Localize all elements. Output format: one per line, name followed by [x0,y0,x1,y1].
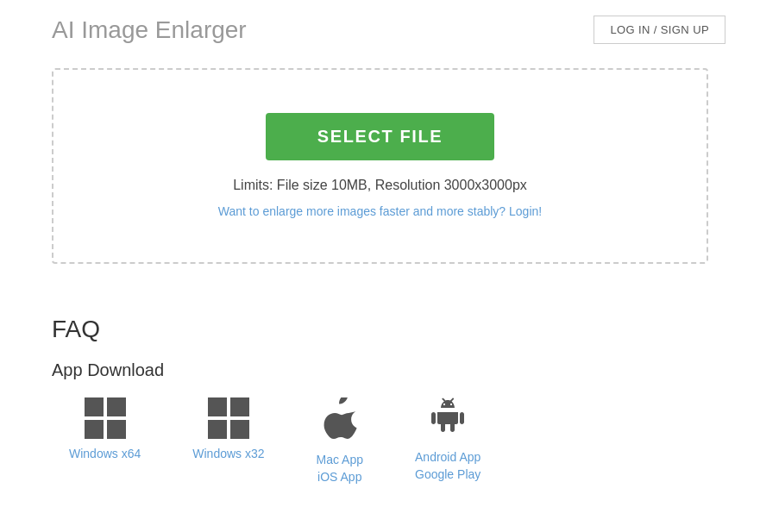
windows-x64-label: Windows x64 [69,446,141,463]
windows-icon [208,397,249,439]
app-item-windows-x32[interactable]: Windows x32 [192,397,264,463]
app-icons-container: Windows x64 Windows x32 Mac AppiOS App [52,397,708,485]
windows-icon [85,397,126,439]
select-file-button[interactable]: SELECT FILE [266,113,494,160]
app-item-android[interactable]: Android AppGoogle Play [415,397,480,483]
android-icon [427,397,468,442]
login-prompt-link[interactable]: Want to enlarge more images faster and m… [218,204,542,218]
app-item-windows-x64[interactable]: Windows x64 [69,397,141,463]
android-label: Android AppGoogle Play [415,449,480,483]
app-item-mac-ios[interactable]: Mac AppiOS App [317,397,363,485]
upload-area: SELECT FILE Limits: File size 10MB, Reso… [52,68,708,264]
faq-section: FAQ App Download Windows x64 Windows x32… [0,307,760,503]
limits-text: Limits: File size 10MB, Resolution 3000x… [71,178,689,193]
faq-title: FAQ [52,316,708,343]
app-title: AI Image Enlarger [52,16,247,44]
apple-icon [319,397,361,445]
login-signup-button[interactable]: LOG IN / SIGN UP [594,16,725,44]
mac-ios-label: Mac AppiOS App [317,452,363,485]
main-content: SELECT FILE Limits: File size 10MB, Reso… [0,59,760,307]
header: AI Image Enlarger LOG IN / SIGN UP [0,0,760,59]
windows-x32-label: Windows x32 [192,446,264,463]
app-download-title: App Download [52,360,708,380]
